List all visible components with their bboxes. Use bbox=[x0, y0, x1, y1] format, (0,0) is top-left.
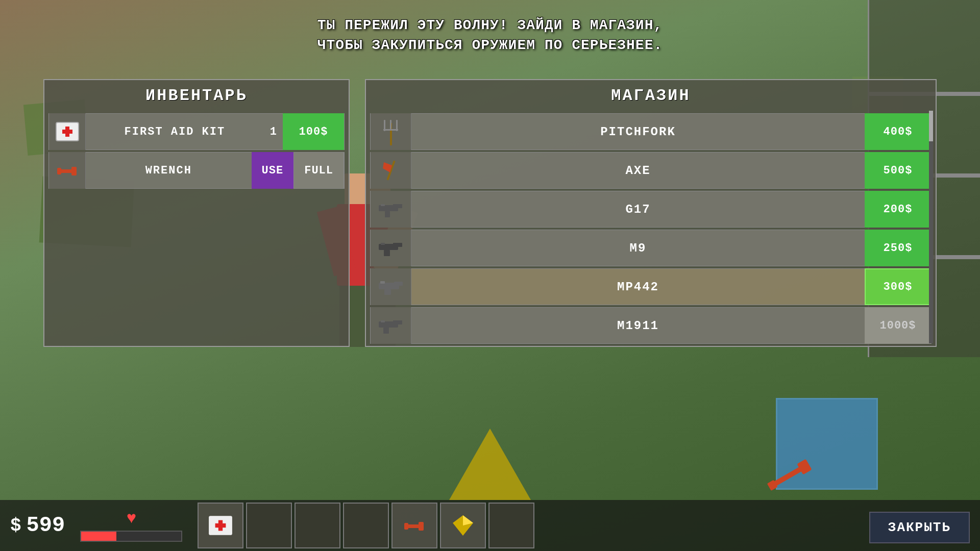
hotbar-slot-1[interactable] bbox=[198, 503, 243, 548]
mp442-name: МР442 bbox=[411, 280, 865, 294]
money-amount: 599 bbox=[27, 513, 65, 538]
svg-marker-16 bbox=[383, 162, 392, 172]
svg-rect-8 bbox=[71, 167, 77, 176]
inventory-title: ИНВЕНТАРЬ bbox=[44, 80, 349, 111]
pitchfork-name: PITCHFORK bbox=[411, 125, 865, 139]
axe-name: AXE bbox=[411, 164, 865, 178]
close-button[interactable]: ЗАКРЫТЬ bbox=[869, 512, 970, 543]
health-section: ♥ bbox=[80, 509, 182, 542]
axe-price-button[interactable]: 500$ bbox=[865, 152, 931, 189]
mp442-price-button[interactable]: 300$ bbox=[865, 268, 931, 305]
svg-rect-37 bbox=[419, 522, 424, 531]
m1911-icon bbox=[378, 316, 404, 335]
hotbar-slot-5[interactable] bbox=[391, 503, 437, 548]
svg-rect-14 bbox=[383, 129, 398, 131]
svg-rect-26 bbox=[394, 282, 403, 286]
svg-rect-28 bbox=[380, 281, 385, 284]
m1911-price-button[interactable]: 1000$ bbox=[865, 307, 931, 344]
svg-rect-24 bbox=[381, 243, 385, 245]
shop-item-g17[interactable]: G17 200$ bbox=[370, 191, 932, 228]
svg-rect-38 bbox=[404, 523, 408, 530]
bottom-hud: $ 599 ♥ bbox=[0, 500, 980, 551]
svg-rect-19 bbox=[385, 211, 390, 217]
svg-rect-9 bbox=[57, 168, 61, 174]
firstaid-icon bbox=[55, 119, 80, 144]
shop-panel: МАГАЗИН PITCHFORK 400$ bbox=[365, 79, 937, 347]
svg-rect-18 bbox=[393, 204, 402, 208]
svg-rect-22 bbox=[393, 243, 402, 247]
shop-item-mp442[interactable]: МР442 300$ bbox=[370, 268, 932, 305]
wrench-icon-container bbox=[49, 152, 86, 189]
inventory-panel: ИНВЕНТАРЬ FIRST AID KIT 1 100$ bbox=[43, 79, 350, 347]
svg-rect-6 bbox=[62, 130, 72, 134]
wrench-icon bbox=[56, 159, 79, 182]
money-display: $ 599 bbox=[10, 513, 65, 538]
pitchfork-price-button[interactable]: 400$ bbox=[865, 113, 931, 150]
g17-name: G17 bbox=[411, 203, 865, 216]
firstaidkit-count: 1 bbox=[264, 126, 283, 138]
light-cone bbox=[449, 429, 531, 500]
dollar-icon: $ bbox=[10, 515, 21, 536]
shop-item-pitchfork[interactable]: PITCHFORK 400$ bbox=[370, 113, 932, 150]
svg-rect-32 bbox=[381, 320, 385, 322]
hotbar-wrench-icon bbox=[402, 514, 427, 537]
shop-title: МАГАЗИН bbox=[366, 80, 936, 111]
m9-icon bbox=[378, 239, 404, 257]
svg-rect-30 bbox=[393, 320, 402, 324]
shop-item-m9[interactable]: M9 250$ bbox=[370, 230, 932, 266]
svg-rect-35 bbox=[215, 523, 226, 528]
shop-scroll-thumb[interactable] bbox=[929, 111, 933, 141]
wrench-name: WRENCH bbox=[86, 164, 252, 177]
heart-icon: ♥ bbox=[127, 509, 136, 528]
health-bar-background bbox=[80, 531, 182, 542]
hotbar-slot-7[interactable] bbox=[488, 503, 534, 548]
firstaidkit-icon-container bbox=[49, 113, 86, 150]
g17-icon bbox=[378, 200, 404, 218]
wrench-use-button[interactable]: USE bbox=[252, 152, 294, 189]
pitchfork-icon-container bbox=[371, 113, 411, 150]
m1911-name: M1911 bbox=[411, 319, 865, 333]
axe-icon-container bbox=[371, 152, 411, 189]
svg-rect-23 bbox=[384, 250, 390, 256]
m9-name: M9 bbox=[411, 241, 865, 255]
shop-item-axe[interactable]: AXE 500$ bbox=[370, 152, 932, 189]
hotbar-slot-2[interactable] bbox=[246, 503, 292, 548]
firstaidkit-price-button[interactable]: 100$ bbox=[283, 113, 344, 150]
shop-item-m1911[interactable]: M1911 1000$ bbox=[370, 307, 932, 344]
mp442-icon bbox=[378, 278, 404, 296]
m9-icon-container bbox=[371, 230, 411, 266]
firstaidkit-name: FIRST AID KIT bbox=[86, 126, 264, 138]
svg-rect-31 bbox=[383, 328, 389, 334]
hotbar-firstaid-icon bbox=[208, 513, 233, 538]
mp442-icon-container bbox=[371, 268, 411, 305]
inv-item-wrench: WRENCH USE FULL bbox=[48, 152, 345, 189]
m9-price-button[interactable]: 250$ bbox=[865, 230, 931, 266]
svg-rect-12 bbox=[390, 120, 391, 129]
hotbar bbox=[198, 503, 534, 548]
svg-rect-20 bbox=[381, 204, 385, 206]
shop-scrollbar[interactable] bbox=[929, 111, 933, 343]
health-bar-fill bbox=[81, 532, 116, 541]
m1911-icon-container bbox=[371, 307, 411, 344]
hotbar-gem-icon bbox=[450, 513, 476, 538]
g17-price-button[interactable]: 200$ bbox=[865, 191, 931, 228]
pitchfork-icon bbox=[380, 118, 402, 145]
svg-rect-27 bbox=[384, 289, 391, 295]
axe-icon bbox=[379, 158, 403, 183]
hotbar-slot-3[interactable] bbox=[295, 503, 340, 548]
hotbar-slot-6[interactable] bbox=[440, 503, 486, 548]
hotbar-slot-4[interactable] bbox=[343, 503, 389, 548]
inv-item-firstaidkit: FIRST AID KIT 1 100$ bbox=[48, 113, 345, 150]
panels-container: ИНВЕНТАРЬ FIRST AID KIT 1 100$ bbox=[43, 79, 937, 347]
g17-icon-container bbox=[371, 191, 411, 228]
wrench-full-button[interactable]: FULL bbox=[293, 152, 344, 189]
